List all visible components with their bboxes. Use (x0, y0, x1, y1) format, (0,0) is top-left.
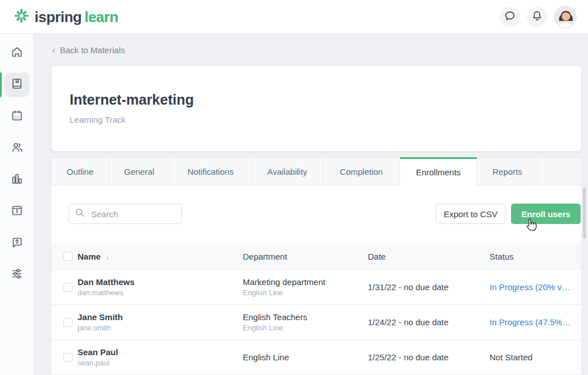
main-content: ‹ Back to Materials Internet-marketing L… (34, 34, 588, 375)
department-name: English Line (243, 352, 368, 363)
sidebar-item-calendar[interactable] (0, 101, 34, 132)
tab-reports[interactable]: Reports (477, 157, 538, 186)
sidebar-item-home[interactable] (0, 37, 34, 69)
enrollments-panel: Export to CSV Enroll users Name ↓ Depart… (51, 186, 582, 375)
user-name: Jane Smith (78, 312, 243, 322)
select-all-checkbox[interactable] (63, 252, 72, 261)
tab-outline[interactable]: Outline (51, 157, 109, 186)
row-checkbox[interactable] (63, 283, 72, 292)
tab-bar: Outline General Notifications Availabili… (51, 157, 582, 186)
breadcrumb-back-link[interactable]: ‹ Back to Materials (52, 45, 125, 55)
tab-completion[interactable]: Completion (323, 157, 400, 186)
row-checkbox[interactable] (63, 353, 72, 362)
top-bar: ispringlearn (0, 0, 588, 34)
export-csv-button[interactable]: Export to CSV (436, 204, 505, 224)
column-header-status[interactable]: Status (490, 252, 581, 261)
enrollment-date: 1/25/22 - no due date (368, 352, 490, 362)
user-login: dan.matthews (78, 288, 243, 298)
column-header-date[interactable]: Date (368, 252, 490, 261)
chat-icon (504, 10, 516, 24)
column-header-name[interactable]: Name (78, 252, 101, 261)
app-logo[interactable]: ispringlearn (14, 8, 118, 26)
logo-product-text: learn (84, 8, 118, 25)
info-box-icon (10, 204, 24, 219)
row-checkbox[interactable] (63, 318, 72, 327)
vertical-scrollbar[interactable] (583, 188, 586, 239)
book-icon (10, 77, 24, 93)
sort-desc-icon[interactable]: ↓ (106, 252, 110, 261)
status-link[interactable]: In Progress (20% v… (490, 282, 570, 292)
sidebar-item-info[interactable] (0, 196, 34, 227)
table-header-row: Name ↓ Department Date Status (51, 243, 581, 270)
enroll-users-button[interactable]: Enroll users (511, 204, 581, 224)
tab-notifications[interactable]: Notifications (170, 157, 252, 186)
department-sub: English Line (243, 323, 368, 333)
users-icon (10, 140, 24, 156)
sidebar-item-materials[interactable] (0, 69, 34, 101)
course-title: Internet-marketing (70, 92, 581, 108)
enrollment-date: 1/24/22 - no due date (368, 317, 490, 327)
bar-chart-icon (10, 172, 24, 188)
enrollments-toolbar: Export to CSV Enroll users (51, 186, 581, 243)
sidebar-item-users[interactable] (0, 132, 34, 164)
course-card: Internet-marketing Learning Track (51, 65, 582, 152)
question-bubble-icon (10, 235, 24, 251)
search-icon (75, 208, 85, 220)
calendar-icon (10, 109, 24, 124)
department-sub: English Line (243, 288, 368, 298)
user-login: jane.smith (78, 323, 243, 333)
bell-icon (531, 10, 543, 24)
table-row: Sean Paul sean.paul English Line 1/25/22… (51, 340, 581, 375)
user-name: Sean Paul (78, 347, 243, 357)
home-icon (10, 45, 24, 61)
status-text: Not Started (490, 352, 533, 362)
tab-availability[interactable]: Availability (252, 157, 323, 186)
user-avatar[interactable] (554, 6, 577, 28)
user-name: Dan Matthews (78, 277, 243, 287)
table-row: Dan Matthews dan.matthews Marketing depa… (51, 270, 581, 305)
search-box[interactable] (68, 204, 182, 224)
sidebar-item-settings[interactable] (0, 259, 34, 291)
logo-brand-text: ispring (35, 8, 81, 25)
notifications-button[interactable] (527, 7, 547, 27)
tab-general[interactable]: General (109, 157, 170, 186)
department-name: English Teachers (243, 312, 368, 322)
tab-bar-filler (538, 157, 582, 186)
sidebar-item-reports[interactable] (0, 164, 34, 196)
sidebar-item-support[interactable] (0, 227, 34, 259)
table-row: Jane Smith jane.smith English Teachers E… (51, 305, 581, 340)
column-header-department[interactable]: Department (243, 252, 368, 261)
chevron-left-icon: ‹ (52, 45, 55, 55)
enrollment-date: 1/31/22 - no due date (368, 282, 490, 292)
sidebar: AT (0, 34, 34, 375)
chat-button[interactable] (500, 7, 520, 27)
user-login: sean.paul (78, 358, 243, 368)
logo-burst-icon (14, 8, 29, 26)
department-name: Marketing department (243, 277, 368, 287)
search-input[interactable] (90, 209, 169, 219)
course-type-label: Learning Track (70, 115, 581, 124)
tab-enrollments[interactable]: Enrollments (400, 157, 477, 186)
status-link[interactable]: In Progress (47.5%… (490, 317, 570, 327)
sliders-icon (10, 267, 24, 283)
breadcrumb-label: Back to Materials (60, 45, 125, 55)
